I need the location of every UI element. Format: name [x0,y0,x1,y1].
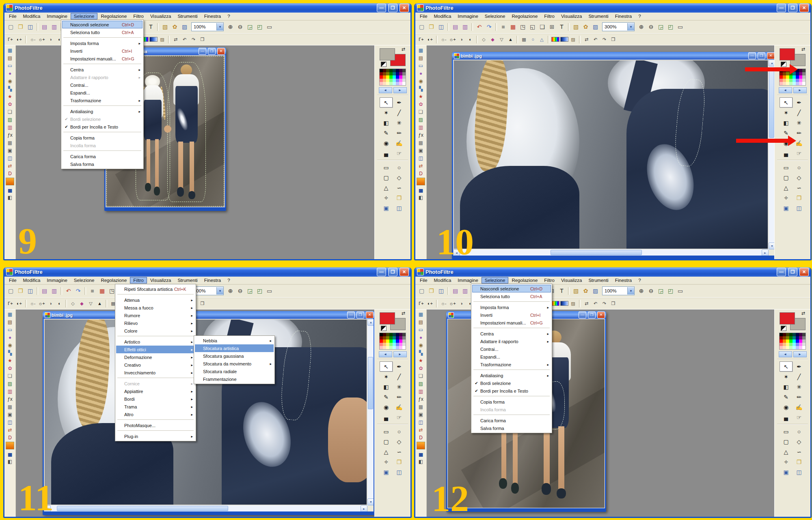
menu-item[interactable]: ✔Bordi selezione [62,115,143,123]
airbrush-tool-icon[interactable]: ✳ [793,382,806,392]
selection-dotted-icon[interactable]: ⊞ [547,22,557,31]
menu-item[interactable]: Plug-in▸ [116,432,195,440]
calculator-icon[interactable]: ▦ [417,311,425,318]
color-swatch[interactable] [789,346,793,349]
duplicate-image-icon[interactable]: ❑ [538,22,547,31]
color-swatch[interactable] [389,343,393,346]
film-icon[interactable]: ▤ [6,54,14,61]
minimize-button[interactable]: — [377,268,386,276]
blur-tool-icon[interactable]: ◉ [380,138,393,148]
minimize-button[interactable]: — [777,4,786,12]
menu-item[interactable]: Ripeti Sfocatura artisticaCtrl+K [116,285,195,293]
menu-item[interactable]: Artistico▸ [116,338,195,346]
new-icon[interactable]: ▢ [6,286,15,295]
zoom-in-icon[interactable]: ⊕ [226,22,235,31]
gradient-icon[interactable]: ▥ [417,388,425,395]
frame-icon[interactable]: ▣ [6,147,14,154]
full-image-icon[interactable]: ◰ [666,22,675,31]
color-swatch[interactable] [386,72,389,75]
color-swatch[interactable] [380,346,383,349]
palette-prev-button[interactable]: ◄ [779,351,792,357]
rose-icon[interactable]: ✿ [6,365,14,372]
gradient-bar-icon[interactable] [560,35,568,43]
script-icon[interactable]: D [6,170,14,177]
smudge-tool-icon[interactable]: ✍ [393,138,406,148]
ellipse-select-icon[interactable]: ○ [793,426,806,436]
menubar-item-visualizza[interactable]: Visualizza [147,277,175,284]
menu-item[interactable]: Incolla forma [62,142,143,149]
histogram-icon[interactable]: ▅ [6,186,14,193]
polygon-select-icon[interactable]: ✧ [780,193,793,203]
script-icon[interactable]: D [417,170,425,177]
brush-tool-icon[interactable]: ✎ [780,392,793,402]
menu-item[interactable]: ✔Bordi per Incolla e Testo [62,123,143,131]
photos-icon[interactable]: ▨ [6,380,14,387]
eyedropper-tool-icon[interactable]: ✒ [793,97,806,107]
color-swatch[interactable] [783,343,786,346]
grayscale-icon[interactable]: ▩ [520,35,528,43]
rotate-left-icon[interactable]: ↶ [591,299,600,307]
menubar-item-selezione[interactable]: Selezione [482,277,509,284]
gamma-minus-icon[interactable]: ▽ [497,35,506,43]
menubar-item-regolazione[interactable]: Regolazione [508,277,541,284]
advanced-brush-tool-icon[interactable]: ✏ [793,392,806,402]
texture-icon[interactable]: ▨ [569,299,577,307]
color-swatch[interactable] [386,82,389,85]
fullscreen-icon[interactable]: ▭ [265,22,274,31]
monitor-icon[interactable]: ▭ [417,62,425,69]
html-icon[interactable]: ◧ [6,194,14,201]
color-swatch[interactable] [380,343,383,346]
open-icon[interactable]: ❐ [427,286,436,295]
color-swatch[interactable] [383,69,386,72]
menu-item[interactable]: Bordi▸ [116,395,195,403]
advanced-brush-tool-icon[interactable]: ✏ [393,392,406,402]
color-swatch[interactable] [393,79,396,82]
auto-fit-icon[interactable]: ◲ [245,286,255,295]
color-swatch[interactable] [393,340,396,343]
airbrush-tool-icon[interactable]: ✳ [793,118,806,128]
photos-icon[interactable]: ▨ [417,380,425,387]
menu-item[interactable]: Sfocatura radiale [195,367,274,375]
close-button[interactable]: ✕ [767,52,774,59]
maximize-button[interactable]: ❐ [588,312,596,318]
foreground-color[interactable] [780,48,795,60]
menu-item[interactable]: Sfocatura gaussiana [195,352,274,360]
color-swatch[interactable] [793,340,796,343]
color-swatch[interactable] [783,75,786,79]
close-button[interactable]: ✕ [400,4,409,12]
color-swatch[interactable] [780,336,783,340]
color-swatch[interactable] [383,343,386,346]
scroll-down-icon[interactable]: ▼ [367,499,374,505]
explorer-icon[interactable]: ▧ [571,286,581,295]
menu-item[interactable]: Attenua▸ [116,296,195,304]
new-icon[interactable]: ▢ [417,286,426,295]
foreground-color[interactable] [380,312,395,324]
rounded-rect-select-icon[interactable]: ▢ [780,436,793,447]
rectangle-select-icon[interactable]: ▭ [780,162,793,172]
color-swatch[interactable] [802,79,806,82]
auto-contrast-icon[interactable]: ◐+ [15,35,24,43]
saturation-plus-icon[interactable]: ◆ [488,35,497,43]
foreground-color[interactable] [780,312,795,324]
color-swatch[interactable] [789,75,793,79]
minimize-button[interactable]: — [748,52,756,59]
color-swatch[interactable] [399,75,402,79]
color-swatch[interactable] [802,336,806,340]
scroll-hand-tool-icon[interactable]: ☞ [393,148,406,158]
color-swatch[interactable] [402,343,406,346]
rotate-right-icon[interactable]: ↷ [600,299,609,307]
swap-colors-icon[interactable]: ⇄ [801,311,805,316]
airbrush-tool-icon[interactable]: ✳ [393,382,406,392]
saturation-plus-icon[interactable]: ◆ [78,299,86,307]
thumbnails-icon[interactable]: ▚ [417,85,425,92]
color-swatch[interactable] [802,346,806,349]
gradient-bar-icon[interactable] [560,299,568,307]
color-swatch[interactable] [386,79,389,82]
maximize-button[interactable]: ❐ [388,4,397,12]
app-titlebar[interactable]: PhotoFiltre—❐✕ [415,267,810,277]
gradient-bar-icon[interactable] [149,35,158,43]
color-swatch[interactable] [389,79,393,82]
menubar-item-finestra[interactable]: Finestra [612,277,635,284]
menu-item[interactable]: Frammentazione [195,375,274,383]
menubar-item-modifica[interactable]: Modifica [20,277,44,284]
